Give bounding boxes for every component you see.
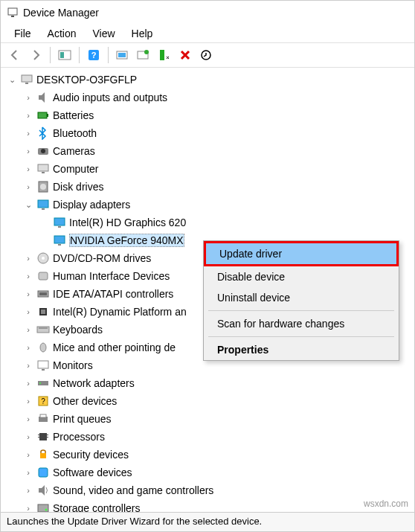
svg-rect-23: [42, 208, 45, 210]
svg-rect-48: [38, 437, 39, 438]
tree-node[interactable]: ›Disk drives: [23, 178, 414, 196]
sound-icon: [36, 484, 50, 497]
ctx-disable-device[interactable]: Disable device: [204, 266, 399, 287]
expander-icon[interactable]: ›: [23, 324, 33, 335]
expander-icon[interactable]: ›: [23, 182, 33, 192]
svg-point-41: [39, 382, 41, 384]
storage-icon: [36, 501, 50, 513]
expander-icon[interactable]: ›: [23, 164, 33, 174]
expander-icon[interactable]: ›: [23, 271, 33, 281]
ctx-update-driver[interactable]: Update driver: [206, 243, 396, 264]
svg-rect-14: [38, 112, 47, 118]
uninstall-button[interactable]: [155, 45, 174, 65]
titlebar: Device Manager: [1, 1, 414, 25]
expander-icon[interactable]: ›: [23, 128, 33, 138]
expander-icon[interactable]: ›: [23, 378, 33, 388]
ctx-properties[interactable]: Properties: [204, 339, 399, 360]
monitor-icon: [36, 359, 50, 372]
tree-node[interactable]: ⌄Display adapters: [23, 196, 414, 214]
expander-icon[interactable]: ›: [23, 360, 33, 371]
separator: [50, 47, 51, 63]
ctx-uninstall-device[interactable]: Uninstall device: [204, 287, 399, 308]
tree-leaf[interactable]: Intel(R) HD Graphics 620: [39, 214, 414, 231]
expander-icon[interactable]: ›: [23, 432, 33, 442]
node-label: IDE ATA/ATAPI controllers: [53, 288, 173, 300]
tree-node[interactable]: ›Storage controllers: [23, 499, 414, 513]
tree-root-node[interactable]: ⌄DESKTOP-O3FGFLP: [7, 71, 414, 89]
tree-node[interactable]: ›Software devices: [23, 464, 414, 481]
svg-rect-10: [160, 50, 164, 60]
svg-point-54: [45, 509, 48, 511]
menu-file[interactable]: File: [7, 26, 39, 41]
expander-icon[interactable]: ›: [23, 289, 33, 299]
expander-icon[interactable]: ›: [23, 92, 33, 103]
node-label: Sound, video and game controllers: [53, 484, 213, 496]
tree-node[interactable]: ›Print queues: [23, 410, 414, 428]
expander-icon[interactable]: ⌄: [7, 74, 17, 85]
expander-icon[interactable]: ⌄: [23, 199, 33, 210]
ctx-scan-hardware[interactable]: Scan for hardware changes: [204, 313, 399, 334]
tree-node[interactable]: ›Computer: [23, 160, 414, 178]
expander-icon[interactable]: ›: [23, 414, 33, 424]
node-label: Storage controllers: [53, 502, 141, 513]
svg-point-21: [40, 184, 46, 190]
svg-rect-45: [40, 414, 46, 417]
node-label: Processors: [53, 431, 105, 443]
disk-icon: [36, 180, 50, 193]
expander-icon[interactable]: ›: [23, 110, 33, 121]
svg-rect-50: [47, 437, 48, 438]
watermark: wsxdn.com: [364, 499, 408, 509]
expander-icon[interactable]: ›: [23, 253, 33, 263]
leaf-label: Intel(R) HD Graphics 620: [69, 217, 186, 228]
display-icon: [53, 216, 66, 229]
tree-node[interactable]: ›Audio inputs and outputs: [23, 89, 414, 106]
update-driver-button[interactable]: [134, 45, 153, 65]
expander-icon[interactable]: ›: [23, 467, 33, 478]
tree-node[interactable]: ›Batteries: [23, 106, 414, 124]
show-hidden-button[interactable]: [55, 45, 74, 65]
expander-icon[interactable]: ›: [23, 342, 33, 353]
security-icon: [36, 448, 50, 461]
back-button[interactable]: [5, 45, 25, 65]
menu-action[interactable]: Action: [40, 26, 84, 41]
disable-button[interactable]: [176, 45, 195, 65]
expander-icon[interactable]: ›: [23, 396, 33, 406]
bluetooth-icon: [36, 126, 50, 140]
node-label: Computer: [53, 163, 98, 175]
battery-icon: [36, 109, 50, 122]
node-label: Monitors: [53, 359, 93, 371]
tree-node[interactable]: ›Cameras: [23, 142, 414, 160]
node-label: Bluetooth: [53, 127, 97, 139]
tree-node[interactable]: ›Sound, video and game controllers: [23, 481, 414, 499]
svg-point-17: [41, 149, 45, 153]
tree-node[interactable]: ›Bluetooth: [23, 124, 414, 142]
svg-rect-25: [58, 226, 61, 228]
node-label: Software devices: [53, 467, 132, 478]
separator: [79, 47, 80, 63]
enable-button[interactable]: [196, 45, 216, 65]
help-button[interactable]: ?: [84, 45, 103, 65]
chip-icon: [36, 305, 50, 318]
scan-hardware-button[interactable]: [113, 45, 132, 65]
menu-help[interactable]: Help: [124, 26, 161, 41]
expander-icon[interactable]: ›: [23, 146, 33, 156]
node-label: Other devices: [53, 395, 117, 407]
svg-rect-12: [22, 75, 32, 82]
svg-rect-30: [39, 272, 48, 280]
tree-node[interactable]: ›?Other devices: [23, 392, 414, 410]
expander-icon[interactable]: ›: [23, 449, 33, 460]
svg-text:?: ?: [91, 51, 97, 60]
svg-rect-7: [118, 53, 126, 57]
speaker-icon: [36, 91, 50, 104]
svg-rect-53: [38, 504, 48, 512]
tree-node[interactable]: ›Security devices: [23, 446, 414, 464]
svg-point-37: [40, 343, 46, 352]
statusbar: Launches the Update Driver Wizard for th…: [1, 512, 414, 531]
expander-icon[interactable]: ›: [23, 307, 33, 317]
expander-icon[interactable]: ›: [23, 485, 33, 496]
menu-view[interactable]: View: [85, 26, 122, 41]
tree-node[interactable]: ›Processors: [23, 428, 414, 446]
forward-button[interactable]: [26, 45, 45, 65]
ide-icon: [36, 287, 50, 301]
tree-node[interactable]: ›Network adapters: [23, 374, 414, 392]
